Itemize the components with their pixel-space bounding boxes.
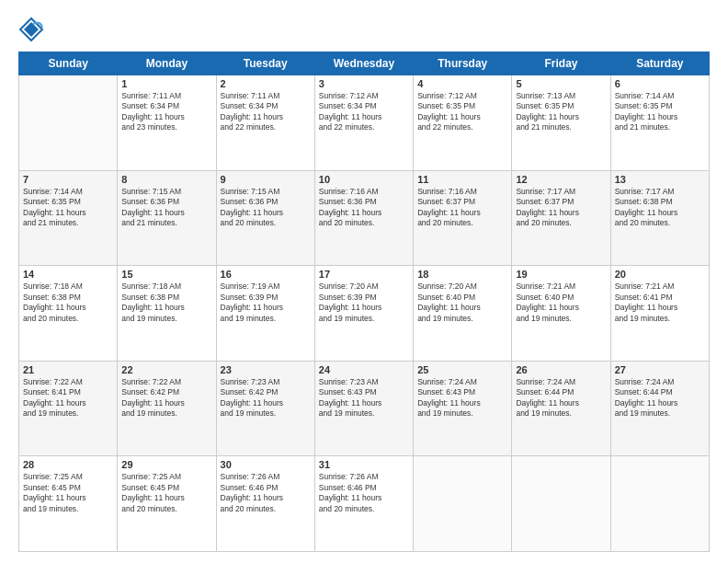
- day-number: 20: [615, 269, 705, 280]
- calendar-cell: 29Sunrise: 7:25 AM Sunset: 6:45 PM Dayli…: [118, 456, 216, 552]
- calendar-cell: 16Sunrise: 7:19 AM Sunset: 6:39 PM Dayli…: [216, 266, 314, 362]
- calendar-cell: 19Sunrise: 7:21 AM Sunset: 6:40 PM Dayli…: [512, 266, 610, 362]
- calendar-cell: 28Sunrise: 7:25 AM Sunset: 6:45 PM Dayli…: [19, 456, 118, 552]
- calendar-cell: 8Sunrise: 7:15 AM Sunset: 6:36 PM Daylig…: [118, 170, 216, 266]
- day-number: 18: [417, 269, 507, 280]
- calendar-week-row: 21Sunrise: 7:22 AM Sunset: 6:41 PM Dayli…: [19, 361, 710, 456]
- calendar-cell: 10Sunrise: 7:16 AM Sunset: 6:36 PM Dayli…: [314, 170, 413, 266]
- day-info: Sunrise: 7:22 AM Sunset: 6:41 PM Dayligh…: [23, 377, 113, 419]
- day-info: Sunrise: 7:12 AM Sunset: 6:35 PM Dayligh…: [417, 91, 507, 133]
- day-info: Sunrise: 7:18 AM Sunset: 6:38 PM Dayligh…: [23, 282, 113, 324]
- day-info: Sunrise: 7:17 AM Sunset: 6:37 PM Dayligh…: [516, 187, 606, 229]
- day-number: 5: [516, 78, 606, 89]
- day-number: 24: [319, 364, 409, 375]
- calendar-cell: [610, 456, 709, 552]
- calendar-cell: 5Sunrise: 7:13 AM Sunset: 6:35 PM Daylig…: [512, 75, 610, 171]
- day-info: Sunrise: 7:16 AM Sunset: 6:36 PM Dayligh…: [319, 187, 409, 229]
- calendar-cell: 31Sunrise: 7:26 AM Sunset: 6:46 PM Dayli…: [314, 456, 413, 552]
- calendar-cell: 12Sunrise: 7:17 AM Sunset: 6:37 PM Dayli…: [512, 170, 610, 266]
- weekday-header: Friday: [512, 52, 610, 75]
- weekday-header: Tuesday: [216, 52, 314, 75]
- page: SundayMondayTuesdayWednesdayThursdayFrid…: [0, 0, 728, 563]
- day-number: 15: [121, 269, 211, 280]
- day-info: Sunrise: 7:14 AM Sunset: 6:35 PM Dayligh…: [23, 187, 113, 229]
- day-info: Sunrise: 7:26 AM Sunset: 6:46 PM Dayligh…: [221, 472, 311, 514]
- calendar-cell: 21Sunrise: 7:22 AM Sunset: 6:41 PM Dayli…: [19, 361, 118, 456]
- logo-icon: [18, 17, 44, 42]
- calendar-cell: 9Sunrise: 7:15 AM Sunset: 6:36 PM Daylig…: [216, 170, 314, 266]
- header: [18, 17, 710, 42]
- day-number: 17: [319, 269, 409, 280]
- day-number: 2: [221, 78, 311, 89]
- day-info: Sunrise: 7:16 AM Sunset: 6:37 PM Dayligh…: [417, 187, 507, 229]
- day-info: Sunrise: 7:21 AM Sunset: 6:41 PM Dayligh…: [615, 282, 705, 324]
- calendar-cell: 7Sunrise: 7:14 AM Sunset: 6:35 PM Daylig…: [19, 170, 118, 266]
- day-number: 4: [417, 78, 507, 89]
- day-number: 1: [121, 78, 211, 89]
- calendar-cell: [414, 456, 512, 552]
- day-info: Sunrise: 7:11 AM Sunset: 6:34 PM Dayligh…: [121, 91, 211, 133]
- day-info: Sunrise: 7:24 AM Sunset: 6:43 PM Dayligh…: [417, 377, 507, 419]
- day-number: 22: [121, 364, 211, 375]
- day-number: 23: [221, 364, 311, 375]
- day-number: 7: [23, 174, 113, 185]
- day-info: Sunrise: 7:14 AM Sunset: 6:35 PM Dayligh…: [615, 91, 705, 133]
- calendar-cell: 27Sunrise: 7:24 AM Sunset: 6:44 PM Dayli…: [610, 361, 709, 456]
- day-number: 31: [319, 459, 409, 470]
- day-number: 9: [221, 174, 311, 185]
- day-info: Sunrise: 7:21 AM Sunset: 6:40 PM Dayligh…: [516, 282, 606, 324]
- calendar-cell: 15Sunrise: 7:18 AM Sunset: 6:38 PM Dayli…: [118, 266, 216, 362]
- day-info: Sunrise: 7:18 AM Sunset: 6:38 PM Dayligh…: [121, 282, 211, 324]
- day-info: Sunrise: 7:19 AM Sunset: 6:39 PM Dayligh…: [221, 282, 311, 324]
- calendar-week-row: 14Sunrise: 7:18 AM Sunset: 6:38 PM Dayli…: [19, 266, 710, 362]
- day-info: Sunrise: 7:25 AM Sunset: 6:45 PM Dayligh…: [23, 472, 113, 514]
- day-info: Sunrise: 7:17 AM Sunset: 6:38 PM Dayligh…: [615, 187, 705, 229]
- day-info: Sunrise: 7:23 AM Sunset: 6:42 PM Dayligh…: [221, 377, 311, 419]
- weekday-header: Monday: [118, 52, 216, 75]
- day-info: Sunrise: 7:26 AM Sunset: 6:46 PM Dayligh…: [319, 472, 409, 514]
- day-number: 8: [121, 174, 211, 185]
- calendar-week-row: 7Sunrise: 7:14 AM Sunset: 6:35 PM Daylig…: [19, 170, 710, 266]
- calendar-cell: 4Sunrise: 7:12 AM Sunset: 6:35 PM Daylig…: [414, 75, 512, 171]
- day-number: 25: [417, 364, 507, 375]
- calendar-cell: 23Sunrise: 7:23 AM Sunset: 6:42 PM Dayli…: [216, 361, 314, 456]
- calendar-cell: 18Sunrise: 7:20 AM Sunset: 6:40 PM Dayli…: [414, 266, 512, 362]
- day-number: 6: [615, 78, 705, 89]
- calendar: SundayMondayTuesdayWednesdayThursdayFrid…: [18, 52, 710, 552]
- calendar-cell: 3Sunrise: 7:12 AM Sunset: 6:34 PM Daylig…: [314, 75, 413, 171]
- calendar-cell: 22Sunrise: 7:22 AM Sunset: 6:42 PM Dayli…: [118, 361, 216, 456]
- day-number: 21: [23, 364, 113, 375]
- day-info: Sunrise: 7:13 AM Sunset: 6:35 PM Dayligh…: [516, 91, 606, 133]
- day-number: 28: [23, 459, 113, 470]
- day-info: Sunrise: 7:24 AM Sunset: 6:44 PM Dayligh…: [516, 377, 606, 419]
- logo: [18, 17, 46, 42]
- calendar-cell: 1Sunrise: 7:11 AM Sunset: 6:34 PM Daylig…: [118, 75, 216, 171]
- calendar-week-row: 28Sunrise: 7:25 AM Sunset: 6:45 PM Dayli…: [19, 456, 710, 552]
- day-info: Sunrise: 7:22 AM Sunset: 6:42 PM Dayligh…: [121, 377, 211, 419]
- day-info: Sunrise: 7:23 AM Sunset: 6:43 PM Dayligh…: [319, 377, 409, 419]
- calendar-cell: 11Sunrise: 7:16 AM Sunset: 6:37 PM Dayli…: [414, 170, 512, 266]
- day-number: 11: [417, 174, 507, 185]
- calendar-cell: [512, 456, 610, 552]
- weekday-header: Saturday: [610, 52, 709, 75]
- calendar-cell: 2Sunrise: 7:11 AM Sunset: 6:34 PM Daylig…: [216, 75, 314, 171]
- day-number: 14: [23, 269, 113, 280]
- calendar-header-row: SundayMondayTuesdayWednesdayThursdayFrid…: [19, 52, 710, 75]
- day-info: Sunrise: 7:25 AM Sunset: 6:45 PM Dayligh…: [121, 472, 211, 514]
- calendar-cell: 26Sunrise: 7:24 AM Sunset: 6:44 PM Dayli…: [512, 361, 610, 456]
- day-number: 19: [516, 269, 606, 280]
- calendar-week-row: 1Sunrise: 7:11 AM Sunset: 6:34 PM Daylig…: [19, 75, 710, 171]
- calendar-cell: 13Sunrise: 7:17 AM Sunset: 6:38 PM Dayli…: [610, 170, 709, 266]
- calendar-cell: 14Sunrise: 7:18 AM Sunset: 6:38 PM Dayli…: [19, 266, 118, 362]
- calendar-cell: 25Sunrise: 7:24 AM Sunset: 6:43 PM Dayli…: [414, 361, 512, 456]
- day-number: 13: [615, 174, 705, 185]
- day-number: 3: [319, 78, 409, 89]
- day-info: Sunrise: 7:24 AM Sunset: 6:44 PM Dayligh…: [615, 377, 705, 419]
- weekday-header: Sunday: [19, 52, 118, 75]
- calendar-cell: 17Sunrise: 7:20 AM Sunset: 6:39 PM Dayli…: [314, 266, 413, 362]
- calendar-cell: 30Sunrise: 7:26 AM Sunset: 6:46 PM Dayli…: [216, 456, 314, 552]
- day-number: 26: [516, 364, 606, 375]
- day-number: 27: [615, 364, 705, 375]
- day-info: Sunrise: 7:15 AM Sunset: 6:36 PM Dayligh…: [221, 187, 311, 229]
- day-number: 10: [319, 174, 409, 185]
